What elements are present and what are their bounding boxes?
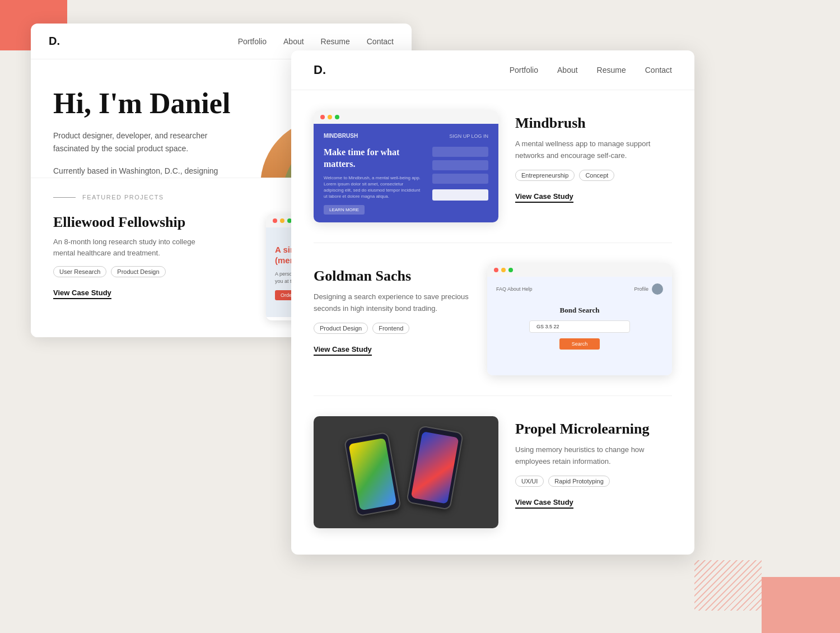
propel-view-link[interactable]: View Case Study	[515, 498, 573, 509]
goldman-search-btn[interactable]: Search	[559, 338, 600, 350]
goldman-bar	[487, 263, 672, 277]
propel-desc-text: Using memory heuristics to change how em…	[515, 444, 672, 468]
goldman-profile-label: Profile	[634, 286, 648, 292]
propel-tags: UX/UI Rapid Prototyping	[515, 476, 672, 487]
elliewood-title: Elliewood Fellowship	[53, 214, 249, 231]
dot-red-gs	[494, 268, 498, 272]
goldman-search-box[interactable]: GS 3.5 22	[529, 320, 630, 333]
front-logo: D.	[314, 63, 326, 77]
goldman-center: Bond Search GS 3.5 22 Search	[496, 306, 663, 350]
back-nav-resume[interactable]: Resume	[321, 37, 350, 46]
dot-green-mb	[335, 115, 339, 119]
tag-concept: Concept	[579, 170, 614, 181]
decorative-lines	[694, 560, 762, 611]
mindbrush-form-btn	[432, 189, 488, 201]
front-nav-about[interactable]: About	[557, 66, 578, 75]
goldman-row: Goldman Sachs Designing a search experie…	[314, 243, 672, 396]
mindbrush-right	[432, 147, 488, 215]
tag-product-design-gs: Product Design	[314, 323, 368, 334]
elliewood-tags: User Research Product Design	[53, 266, 249, 277]
goldman-desc-text: Designing a search experience to save pr…	[314, 291, 470, 315]
dot-yellow-mb	[328, 115, 332, 119]
elliewood-desc: An 8-month long research study into coll…	[53, 236, 210, 258]
tag-uxui: UX/UI	[515, 476, 544, 487]
back-logo: D.	[49, 35, 60, 48]
propel-title-text: Propel Microlearning	[515, 421, 672, 437]
mindbrush-view-link[interactable]: View Case Study	[515, 192, 573, 203]
front-card-nav: D. Portfolio About Resume Contact	[291, 50, 694, 90]
phone-screen-1	[348, 438, 396, 511]
mindbrush-bar	[314, 110, 498, 124]
back-nav-contact[interactable]: Contact	[367, 37, 394, 46]
mindbrush-body: Make time for what matters. Welcome to M…	[324, 147, 488, 215]
tag-product-design: Product Design	[111, 266, 165, 277]
propel-screenshot	[314, 416, 498, 528]
dot-green-gs	[508, 268, 513, 272]
hero-desc1: Product designer, developer, and researc…	[53, 129, 221, 155]
front-nav-portfolio[interactable]: Portfolio	[510, 66, 538, 75]
goldman-content: FAQ About Help Profile Bond Search GS 3.…	[487, 277, 672, 375]
elliewood-view-link[interactable]: View Case Study	[53, 288, 111, 299]
mindbrush-logo: MINDBRUSH	[324, 133, 358, 139]
goldman-search-title: Bond Search	[560, 306, 600, 315]
goldman-detail: Goldman Sachs Designing a search experie…	[314, 263, 470, 356]
mindbrush-hero-title: Make time for what matters.	[324, 147, 423, 170]
mindbrush-left: Make time for what matters. Welcome to M…	[324, 147, 423, 215]
phone-2	[406, 425, 464, 510]
tag-user-research: User Research	[53, 266, 106, 277]
featured-text: FEATURED PROJECTS	[82, 194, 164, 201]
propel-content	[314, 416, 498, 528]
mindbrush-header: MINDBRUSH SIGN UP LOG IN	[324, 133, 488, 139]
mindbrush-form-1	[432, 147, 488, 157]
propel-detail: Propel Microlearning Using memory heuris…	[515, 416, 672, 509]
mindbrush-desc-text: A mental wellness app to manage support …	[515, 138, 672, 162]
featured-line	[53, 197, 76, 198]
back-nav-links: Portfolio About Resume Contact	[238, 36, 394, 46]
back-nav-portfolio[interactable]: Portfolio	[238, 37, 267, 46]
phone-container	[361, 433, 451, 511]
elliewood-info: Elliewood Fellowship An 8-month long res…	[53, 214, 249, 299]
goldman-header: FAQ About Help Profile	[496, 283, 663, 295]
mindbrush-form-3	[432, 174, 488, 184]
front-card: D. Portfolio About Resume Contact MINDBR…	[291, 50, 694, 555]
mindbrush-form-2	[432, 160, 488, 170]
tag-rapid-proto: Rapid Prototyping	[548, 476, 609, 487]
mindbrush-hero-desc: Welcome to Mindbrush, a mental well-bein…	[324, 175, 423, 200]
phone-1	[344, 432, 402, 517]
mindbrush-screenshot: MINDBRUSH SIGN UP LOG IN Make time for w…	[314, 110, 498, 222]
mindbrush-nav-text: SIGN UP LOG IN	[449, 133, 488, 139]
propel-row: Propel Microlearning Using memory heuris…	[314, 396, 672, 548]
hero-heading: Hi, I'm Daniel	[53, 87, 244, 119]
goldman-profile-area: Profile	[634, 283, 663, 295]
mindbrush-row: MINDBRUSH SIGN UP LOG IN Make time for w…	[314, 90, 672, 243]
dot-red	[273, 218, 277, 223]
goldman-tags: Product Design Frontend	[314, 323, 470, 334]
front-nav-links: Portfolio About Resume Contact	[510, 65, 672, 75]
dot-red-mb	[320, 115, 325, 119]
front-nav-contact[interactable]: Contact	[645, 66, 672, 75]
mindbrush-cta[interactable]: LEARN MORE	[324, 205, 365, 215]
goldman-screenshot: FAQ About Help Profile Bond Search GS 3.…	[487, 263, 672, 375]
tag-entrepreneurship: Entrepreneurship	[515, 170, 575, 181]
dot-yellow	[280, 218, 284, 223]
tag-frontend: Frontend	[372, 323, 409, 334]
front-nav-resume[interactable]: Resume	[597, 66, 626, 75]
goldman-view-link[interactable]: View Case Study	[314, 345, 372, 356]
mindbrush-detail: Mindbrush A mental wellness app to manag…	[515, 110, 672, 203]
back-nav-about[interactable]: About	[283, 37, 304, 46]
decorative-bottom-right	[762, 577, 840, 633]
phone-screen-2	[411, 431, 459, 504]
dot-yellow-gs	[501, 268, 506, 272]
front-content: MINDBRUSH SIGN UP LOG IN Make time for w…	[291, 90, 694, 555]
mindbrush-title-text: Mindbrush	[515, 115, 672, 132]
goldman-nav: FAQ About Help	[496, 286, 533, 292]
goldman-avatar	[652, 283, 663, 295]
mindbrush-tags: Entrepreneurship Concept	[515, 170, 672, 181]
goldman-title-text: Goldman Sachs	[314, 268, 470, 285]
mindbrush-content: MINDBRUSH SIGN UP LOG IN Make time for w…	[314, 124, 498, 222]
